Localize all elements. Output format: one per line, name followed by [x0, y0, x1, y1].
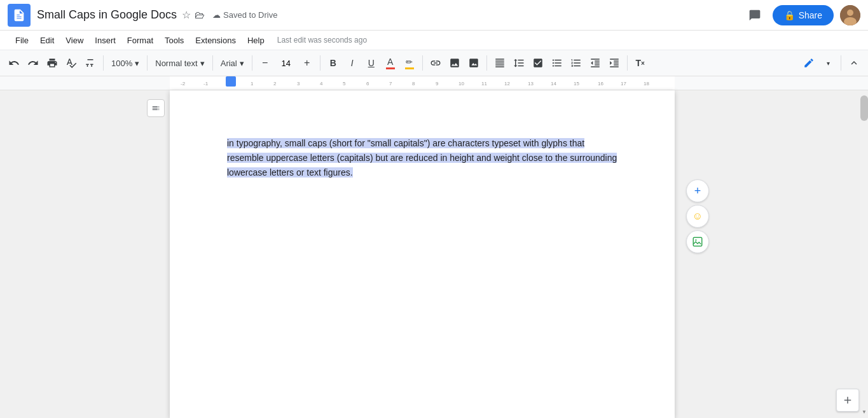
italic-button[interactable]: I — [343, 54, 361, 72]
svg-text:2: 2 — [273, 81, 277, 87]
menu-tools[interactable]: Tools — [160, 34, 189, 46]
comment-button[interactable] — [743, 4, 766, 27]
add-image-button[interactable] — [686, 230, 709, 253]
menu-view[interactable]: View — [60, 34, 88, 46]
font-size-increase[interactable]: + — [298, 54, 316, 72]
menu-edit[interactable]: Edit — [35, 34, 59, 46]
indent-decrease-button[interactable] — [586, 54, 604, 72]
folder-icon[interactable]: 🗁 — [195, 10, 205, 21]
undo-button[interactable] — [5, 54, 23, 72]
pencil-chevron[interactable]: ▾ — [819, 54, 837, 72]
font-size-control: − 14 + — [256, 54, 316, 72]
doc-title[interactable]: Small Caps in Google Docs — [37, 8, 177, 22]
svg-text:8: 8 — [412, 81, 415, 87]
clear-x: × — [641, 60, 645, 67]
side-actions: + ☺ — [686, 179, 709, 253]
svg-text:3: 3 — [297, 81, 300, 87]
bullets-button[interactable] — [548, 54, 566, 72]
outline-icon[interactable] — [147, 99, 165, 117]
add-emoji-button[interactable]: ☺ — [686, 205, 709, 228]
svg-text:16: 16 — [598, 81, 603, 87]
svg-text:7: 7 — [389, 81, 392, 87]
svg-text:-1: -1 — [203, 81, 209, 87]
svg-text:9: 9 — [436, 81, 439, 87]
svg-text:18: 18 — [644, 81, 649, 87]
paintformat-button[interactable] — [81, 54, 99, 72]
svg-rect-27 — [693, 237, 702, 246]
scrollbar-thumb[interactable] — [860, 95, 868, 121]
highlight-bar — [405, 67, 414, 69]
ruler-svg: -2 -1 | 1 2 3 4 5 6 7 8 9 10 11 12 13 14… — [0, 76, 868, 90]
add-bottom-button[interactable] — [836, 389, 859, 412]
menu-extensions[interactable]: Extensions — [190, 34, 241, 46]
text-color-label: A — [387, 57, 393, 67]
zoom-chevron: ▾ — [135, 59, 139, 68]
toolbar-separator-5 — [320, 55, 320, 71]
zoom-dropdown[interactable]: 100% ▾ — [107, 54, 143, 72]
line-spacing-button[interactable] — [510, 54, 528, 72]
star-icon[interactable]: ☆ — [182, 9, 191, 21]
text-color-button[interactable]: A — [382, 54, 399, 72]
numbering-button[interactable] — [567, 54, 585, 72]
indent-increase-button[interactable] — [605, 54, 623, 72]
svg-rect-26 — [226, 76, 236, 87]
toolbar-separator-9 — [841, 55, 841, 71]
insert-misc-button[interactable] — [465, 54, 483, 72]
menu-help[interactable]: Help — [242, 34, 270, 46]
scroll-down-arrow[interactable]: ▼ — [860, 405, 868, 418]
font-size-value[interactable]: 14 — [275, 57, 298, 70]
cloud-icon: ☁ — [212, 10, 221, 20]
style-dropdown[interactable]: Normal text ▾ — [151, 54, 208, 72]
document-paragraph: in typography, small caps (short for "sm… — [227, 136, 617, 180]
font-size-decrease[interactable]: − — [256, 54, 274, 72]
clear-format-label: T — [636, 58, 642, 68]
toolbar-separator-1 — [103, 55, 104, 71]
menu-format[interactable]: Format — [122, 34, 158, 46]
last-edit-status: Last edit was seconds ago — [277, 36, 367, 45]
link-button[interactable] — [427, 54, 444, 72]
svg-point-28 — [695, 239, 696, 240]
underline-button[interactable]: U — [362, 54, 380, 72]
user-avatar[interactable] — [840, 5, 860, 25]
menu-bar: File Edit View Insert Format Tools Exten… — [0, 31, 868, 50]
svg-text:15: 15 — [574, 81, 579, 87]
main-area: in typography, small caps (short for "sm… — [0, 90, 868, 418]
menu-file[interactable]: File — [10, 34, 34, 46]
svg-text:-2: -2 — [181, 81, 186, 87]
svg-text:1: 1 — [251, 81, 254, 87]
insert-image-button[interactable] — [446, 54, 464, 72]
svg-point-1 — [847, 10, 853, 16]
align-button[interactable] — [491, 54, 509, 72]
highlight-label: ✏ — [406, 57, 413, 67]
title-bar: Small Caps in Google Docs ☆ 🗁 ☁ Saved to… — [0, 0, 868, 31]
svg-text:10: 10 — [458, 81, 464, 87]
document-page[interactable]: in typography, small caps (short for "sm… — [170, 90, 675, 418]
clear-format-button[interactable]: T × — [631, 54, 649, 72]
highlight-button[interactable]: ✏ — [401, 54, 418, 72]
lock-icon: 🔒 — [784, 10, 795, 20]
page-content[interactable]: in typography, small caps (short for "sm… — [170, 90, 675, 226]
svg-text:4: 4 — [320, 81, 323, 87]
svg-text:14: 14 — [551, 81, 556, 87]
add-comment-button[interactable]: + — [686, 179, 709, 202]
collapse-toolbar-button[interactable] — [845, 54, 863, 72]
svg-text:11: 11 — [481, 81, 487, 87]
font-dropdown[interactable]: Arial ▾ — [217, 54, 248, 72]
style-chevron: ▾ — [200, 59, 205, 68]
print-button[interactable] — [43, 54, 61, 72]
spellcheck-button[interactable] — [62, 54, 80, 72]
share-button[interactable]: 🔒 Share — [773, 5, 834, 25]
menu-insert[interactable]: Insert — [90, 34, 121, 46]
right-panel: + ☺ ▲ ▼ — [675, 90, 868, 418]
svg-text:12: 12 — [504, 81, 510, 87]
vertical-scrollbar[interactable]: ▲ ▼ — [860, 90, 868, 418]
header-right: 🔒 Share — [743, 4, 860, 27]
redo-button[interactable] — [24, 54, 42, 72]
svg-text:5: 5 — [343, 81, 346, 87]
bold-button[interactable]: B — [324, 54, 342, 72]
pencil-button[interactable] — [800, 54, 818, 72]
checklist-button[interactable] — [529, 54, 547, 72]
toolbar: 100% ▾ Normal text ▾ Arial ▾ − 14 + B I … — [0, 50, 868, 76]
horizontal-ruler: -2 -1 | 1 2 3 4 5 6 7 8 9 10 11 12 13 14… — [0, 76, 868, 90]
toolbar-separator-4 — [252, 55, 252, 71]
